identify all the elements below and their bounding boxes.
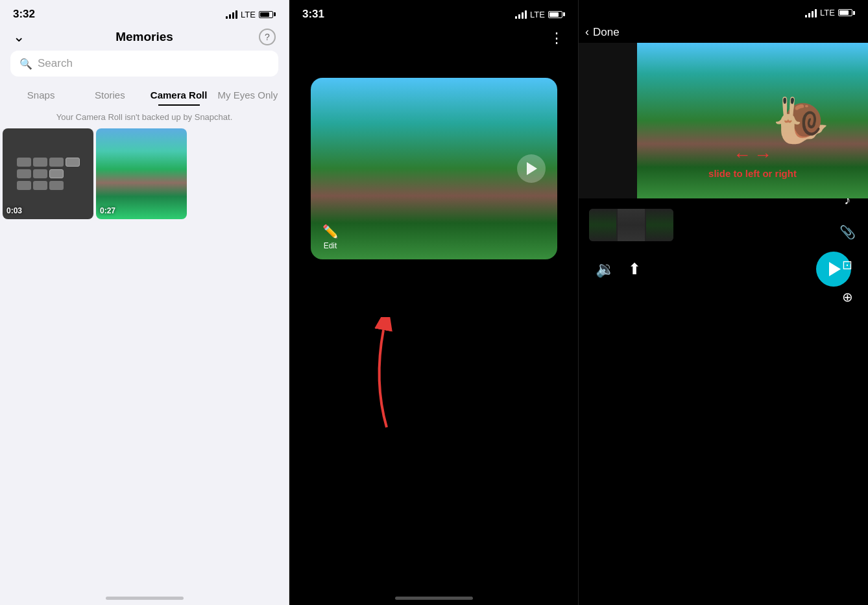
more-options-icon[interactable]: ⋮ — [549, 30, 565, 47]
thumbnails-grid: 0:03 0:27 — [0, 128, 289, 219]
bottom-controls: 🔉 ⬆ — [589, 241, 858, 287]
paperclip-tool-button[interactable]: 📎 — [836, 220, 859, 244]
battery-fill-2 — [549, 12, 559, 17]
battery-icon-1 — [259, 11, 276, 18]
key — [33, 158, 47, 167]
battery-fill-3 — [839, 10, 849, 15]
chevron-down-icon[interactable]: ⌄ — [13, 29, 25, 45]
key — [49, 158, 64, 167]
key — [49, 181, 64, 190]
pencil-icon: ✏️ — [322, 224, 339, 239]
play-icon — [527, 162, 537, 175]
home-indicator-1 — [106, 597, 184, 600]
video-preview-area[interactable]: ✏️ Edit — [311, 78, 557, 259]
video-right-panel: 🐌 ← → slide to left or right — [637, 43, 868, 198]
slide-instruction-text: slide to left or right — [708, 168, 797, 179]
list-item[interactable]: 0:27 — [96, 128, 187, 219]
film-frame-3 — [646, 209, 673, 241]
status-icons-1: LTE — [226, 10, 276, 19]
done-button[interactable]: ‹ Done — [585, 25, 620, 39]
tabs-row: Snaps Stories Camera Roll My Eyes Only — [0, 84, 289, 106]
slide-annotation: ← → slide to left or right — [637, 145, 868, 179]
bar2 — [518, 14, 520, 19]
tab-camera-roll[interactable]: Camera Roll — [145, 84, 213, 106]
search-icon: 🔍 — [19, 58, 32, 70]
help-button[interactable]: ? — [259, 29, 276, 45]
signal-icon-1 — [226, 10, 237, 19]
arrow-right-icon: → — [754, 145, 772, 165]
bar2 — [229, 14, 231, 19]
bar4 — [815, 9, 817, 18]
bottom-section: 🔉 ⬆ — [579, 198, 868, 605]
edit-label: Edit — [324, 241, 337, 250]
signal-icon-3 — [805, 8, 817, 18]
signal-icon-2 — [515, 10, 527, 19]
battery-fill-1 — [260, 12, 269, 17]
filmstrip[interactable] — [589, 209, 673, 241]
keyboard-row3 — [17, 181, 80, 190]
key — [17, 158, 31, 167]
bar3 — [812, 11, 814, 18]
battery-body-2 — [548, 11, 562, 18]
thumb-duration-2: 0:27 — [100, 206, 115, 215]
help-label: ? — [265, 32, 270, 42]
keyboard-thumbnail — [3, 128, 93, 219]
tab-my-eyes-only[interactable]: My Eyes Only — [213, 84, 282, 106]
bar4 — [235, 10, 237, 19]
bar4 — [525, 10, 527, 19]
bar1 — [805, 15, 807, 18]
red-arrow-svg — [354, 317, 406, 434]
home-indicator-2 — [395, 597, 473, 600]
key — [66, 158, 80, 167]
camera-roll-notice: Your Camera Roll isn't backed up by Snap… — [0, 110, 289, 128]
back-chevron-icon: ‹ — [585, 25, 589, 39]
volume-icon[interactable]: 🔉 — [596, 260, 615, 278]
battery-icon-3 — [838, 9, 855, 16]
lte-label-3: LTE — [820, 8, 835, 18]
search-bar[interactable]: 🔍 Search — [10, 51, 278, 77]
status-bar-2: 3:31 LTE — [289, 0, 578, 25]
edit-button[interactable]: ✏️ Edit — [322, 224, 339, 250]
thumb-duration-1: 0:03 — [6, 206, 22, 215]
play-button[interactable] — [517, 154, 546, 183]
bar3 — [232, 12, 234, 19]
film-frame-1 — [589, 209, 616, 241]
page-title: Memories — [115, 30, 173, 44]
time-1: 3:32 — [13, 8, 35, 21]
status-icons-3: LTE — [805, 8, 855, 18]
snail-speed-icon[interactable]: 🐌 — [773, 94, 829, 147]
video-edit-frame: 🐌 ← → slide to left or right — [579, 43, 868, 198]
lte-label-2: LTE — [530, 10, 545, 19]
bar1 — [515, 16, 517, 19]
list-item[interactable]: 0:03 — [3, 128, 93, 219]
slide-arrows: ← → — [733, 145, 772, 165]
filter-tool-button[interactable]: ⊕ — [836, 285, 859, 309]
battery-tip-2 — [563, 12, 565, 16]
battery-icon-2 — [548, 11, 565, 18]
beach-bg — [96, 128, 187, 219]
crop-tool-button[interactable]: ⊡ — [836, 253, 859, 276]
battery-tip-1 — [274, 12, 276, 16]
tab-stories[interactable]: Stories — [75, 84, 144, 106]
search-placeholder: Search — [38, 57, 73, 70]
arrow-left-icon: ← — [733, 145, 751, 165]
tab-snaps[interactable]: Snaps — [6, 84, 75, 106]
film-frame-2 — [618, 209, 645, 241]
header-video: ⋮ — [289, 25, 578, 52]
done-label: Done — [593, 26, 620, 39]
key — [33, 169, 47, 178]
panel-video-editor: LTE ‹ Done T ✏ ⊟ ✂ ♪ 📎 ⊡ ⊕ — [579, 0, 868, 605]
status-icons-2: LTE — [515, 10, 565, 19]
panel-memories: 3:32 LTE ⌄ Memories ? 🔍 Search — [0, 0, 289, 605]
battery-tip-3 — [853, 11, 855, 15]
keyboard-visual — [10, 151, 86, 196]
key — [17, 181, 31, 190]
battery-body-1 — [259, 11, 273, 18]
status-bar-3: LTE — [579, 0, 868, 21]
share-icon[interactable]: ⬆ — [628, 260, 641, 278]
red-arrow-annotation — [354, 317, 406, 436]
lte-label-1: LTE — [241, 10, 256, 19]
beach-thumbnail — [96, 128, 187, 219]
bar1 — [226, 16, 228, 19]
keyboard-row1 — [17, 158, 80, 167]
